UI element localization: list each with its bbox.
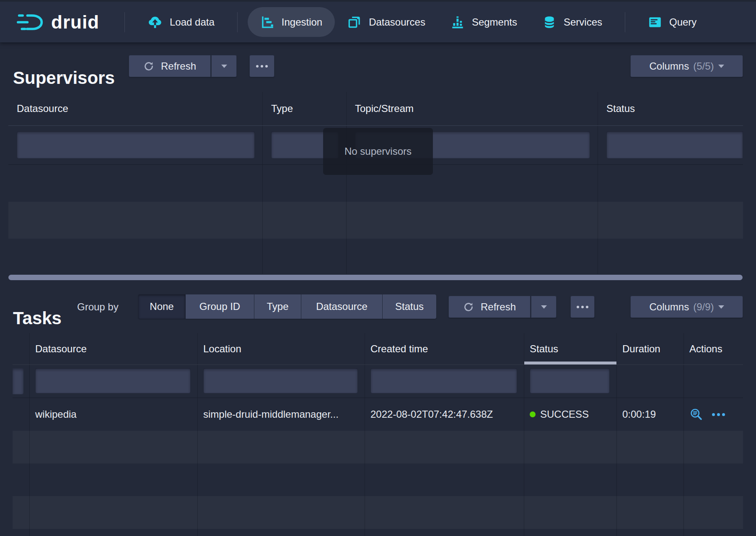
more-icon [577,306,588,308]
group-by-none-button[interactable]: None [138,294,186,319]
column-header-status[interactable]: Status [524,333,617,364]
tasks-more-button[interactable] [570,296,595,318]
group-by-status-button[interactable]: Status [383,294,436,319]
nav-item-label: Segments [472,16,517,28]
column-header-type[interactable]: Type [263,92,347,125]
supervisors-table: Datasource Type Topic/Stream Status No s… [8,92,743,281]
supervisors-columns-button[interactable]: Columns (5/5) [630,55,743,77]
tasks-table: Datasource Location Created time Status … [13,333,743,536]
nav-item-services[interactable]: Services [530,7,615,37]
upload-cloud-icon [148,15,163,30]
column-header-created-time[interactable]: Created time [365,333,524,364]
columns-count: (5/5) [693,60,714,72]
tasks-title: Tasks [13,308,62,328]
column-header-datasource[interactable]: Datasource [30,333,198,364]
table-row [13,529,743,536]
column-header-actions[interactable]: Actions [684,333,743,364]
columns-count: (9/9) [693,301,714,313]
column-header-location[interactable]: Location [198,333,365,364]
created-time-filter-input[interactable] [370,368,517,393]
supervisors-table-header: Datasource Type Topic/Stream Status [8,92,743,126]
tasks-table-header: Datasource Location Created time Status … [13,333,743,365]
column-header-status[interactable]: Status [598,92,743,125]
navbar-divider [237,12,238,32]
column-header-task-id-clipped[interactable] [13,333,30,364]
nav-item-label: Ingestion [282,16,322,28]
navbar: druid Load data Ingestion [0,0,756,42]
supervisors-horizontal-scrollbar[interactable] [8,275,743,280]
supervisors-title: Supervisors [13,68,115,88]
nav-item-datasources[interactable]: Datasources [335,7,438,37]
refresh-icon [463,302,474,312]
task-created-time: 2022-08-02T07:42:47.638Z [365,398,524,431]
supervisors-more-button[interactable] [249,55,274,77]
chevron-down-icon [718,65,724,68]
table-row [13,431,743,463]
layers-icon [347,15,362,29]
task-detail-magnifier-icon[interactable] [689,408,703,421]
tasks-columns-button[interactable]: Columns (9/9) [630,296,743,318]
chevron-down-icon [718,305,724,309]
gantt-chart-icon [260,15,274,29]
table-row [13,463,743,496]
column-header-duration[interactable]: Duration [617,333,684,364]
group-by-group-id-button[interactable]: Group ID [186,294,254,319]
task-id-filter-input-clipped[interactable] [13,368,23,394]
druid-console: druid Load data Ingestion [0,0,756,536]
status-label: SUCCESS [540,409,589,420]
chevron-down-icon [541,305,547,309]
supervisors-refresh-button[interactable]: Refresh [129,55,211,77]
table-row [13,496,743,529]
column-header-datasource[interactable]: Datasource [8,92,263,125]
task-status: SUCCESS [524,398,617,431]
druid-logo[interactable]: druid [17,12,99,33]
group-by-datasource-button[interactable]: Datasource [301,294,383,319]
nav-item-label: Load data [170,16,215,28]
supervisors-refresh-group: Refresh [129,55,237,77]
status-success-dot [530,411,536,417]
supervisors-refresh-dropdown-button[interactable] [211,55,237,77]
column-header-status-label: Status [530,343,558,355]
tasks-refresh-button[interactable]: Refresh [448,296,531,318]
tasks-refresh-dropdown-button[interactable] [531,296,557,318]
nav-item-segments[interactable]: Segments [438,7,530,37]
refresh-label: Refresh [481,301,516,313]
table-row [8,202,743,239]
nav-item-load-data[interactable]: Load data [135,7,227,37]
status-filter-input[interactable] [530,368,610,393]
nav-item-label: Services [564,16,602,28]
task-more-actions-icon[interactable] [712,413,725,416]
more-icon [256,65,268,68]
chevron-down-icon [221,65,227,68]
datasource-filter-input[interactable] [17,131,255,159]
task-datasource: wikipedia [30,398,198,431]
database-icon [542,15,557,29]
table-row [8,239,743,274]
bar-chart-icon [450,15,465,29]
group-by-label: Group by [77,301,119,313]
druid-logo-icon [17,12,44,33]
group-by-button-group: None Group ID Type Datasource Status [138,294,436,319]
sort-indicator [524,362,616,364]
task-location: simple-druid-middlemanager... [198,398,365,431]
tasks-filter-row [13,365,743,398]
datasource-filter-input[interactable] [35,368,191,393]
nav-item-ingestion[interactable]: Ingestion [248,7,335,37]
druid-logo-text: druid [51,12,99,33]
group-by-type-button[interactable]: Type [254,294,301,319]
task-duration: 0:00:19 [617,398,684,431]
columns-label: Columns [649,60,689,72]
no-supervisors-message: No supervisors [323,128,433,175]
status-filter-input[interactable] [606,131,743,159]
console-icon [648,15,662,29]
navbar-divider [124,12,125,32]
columns-label: Columns [649,301,689,313]
column-header-topic-stream[interactable]: Topic/Stream [347,92,598,125]
tasks-refresh-group: Refresh [448,296,557,318]
task-row-wikipedia[interactable]: wikipedia simple-druid-middlemanager... … [13,398,743,431]
nav-item-label: Datasources [369,16,425,28]
navbar-divider [625,12,625,32]
location-filter-input[interactable] [203,368,358,393]
task-actions [684,398,743,431]
nav-item-query[interactable]: Query [635,7,709,37]
